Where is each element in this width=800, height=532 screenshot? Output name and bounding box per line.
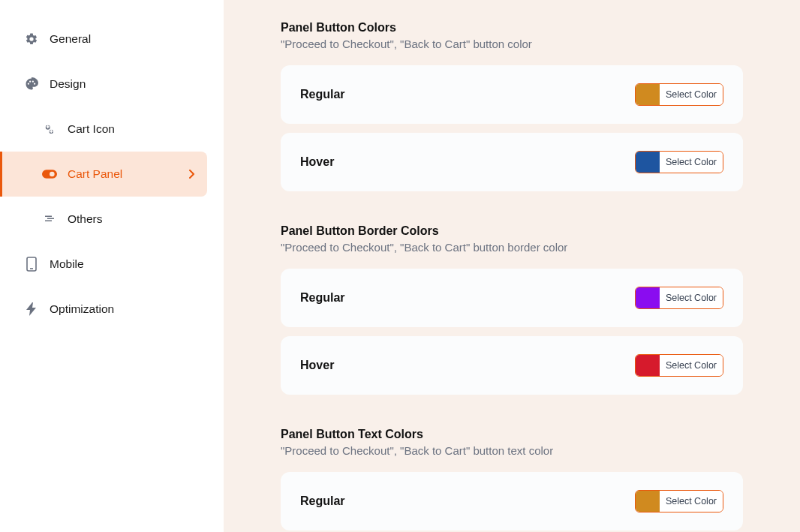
row-label: Hover xyxy=(300,155,334,169)
color-swatch xyxy=(636,355,660,376)
color-swatch xyxy=(636,287,660,308)
bolt-icon xyxy=(24,302,39,317)
row-label: Hover xyxy=(300,359,334,372)
select-color-text: Select Color xyxy=(660,152,723,173)
color-picker-border-hover[interactable]: Select Color xyxy=(635,354,723,377)
color-swatch xyxy=(636,491,660,512)
section-desc: "Proceed to Checkout", "Back to Cart" bu… xyxy=(281,444,743,457)
color-picker-text-regular[interactable]: Select Color xyxy=(635,490,723,512)
gears-icon xyxy=(42,122,57,137)
sidebar-item-mobile[interactable]: Mobile xyxy=(0,242,224,287)
main-content: Panel Button Colors "Proceed to Checkout… xyxy=(224,0,800,532)
sidebar-item-label: Optimization xyxy=(50,302,212,316)
color-row-button-hover: Hover Select Color xyxy=(281,133,743,191)
section-title: Panel Button Text Colors xyxy=(281,428,743,441)
mobile-icon xyxy=(24,257,39,272)
sidebar-item-cart-icon[interactable]: Cart Icon xyxy=(0,107,224,152)
sidebar-item-others[interactable]: Others xyxy=(0,197,224,242)
sidebar-item-label: Others xyxy=(68,212,212,226)
gear-icon xyxy=(24,32,39,47)
section-header-button-colors: Panel Button Colors "Proceed to Checkout… xyxy=(242,0,782,65)
row-label: Regular xyxy=(300,88,345,101)
color-picker-button-regular[interactable]: Select Color xyxy=(635,83,723,106)
color-swatch xyxy=(636,84,660,105)
section-header-border-colors: Panel Button Border Colors "Proceed to C… xyxy=(242,200,782,269)
color-row-text-regular: Regular Select Color xyxy=(281,472,743,530)
svg-point-1 xyxy=(50,172,55,177)
row-label: Regular xyxy=(300,494,345,508)
color-picker-border-regular[interactable]: Select Color xyxy=(635,287,723,309)
select-color-text: Select Color xyxy=(660,84,723,105)
section-header-text-colors: Panel Button Text Colors "Proceed to Che… xyxy=(242,404,782,472)
color-row-border-regular: Regular Select Color xyxy=(281,269,743,327)
sidebar: General Design Cart Icon Cart Panel Othe… xyxy=(0,0,224,532)
section-title: Panel Button Colors xyxy=(281,21,743,35)
palette-icon xyxy=(24,77,39,92)
section-desc: "Proceed to Checkout", "Back to Cart" bu… xyxy=(281,241,743,254)
sidebar-item-general[interactable]: General xyxy=(0,17,224,62)
toggle-icon xyxy=(42,167,57,182)
color-row-border-hover: Hover Select Color xyxy=(281,336,743,395)
sidebar-item-label: Cart Icon xyxy=(68,122,212,136)
row-label: Regular xyxy=(300,291,345,305)
select-color-text: Select Color xyxy=(660,287,723,308)
sidebar-item-label: General xyxy=(50,32,212,46)
stack-icon xyxy=(42,212,57,227)
sidebar-item-label: Mobile xyxy=(50,257,212,271)
sidebar-item-optimization[interactable]: Optimization xyxy=(0,287,224,332)
sidebar-item-design[interactable]: Design xyxy=(0,62,224,107)
chevron-right-icon xyxy=(189,170,195,179)
section-title: Panel Button Border Colors xyxy=(281,224,743,238)
color-row-button-regular: Regular Select Color xyxy=(281,65,743,124)
sidebar-item-label: Cart Panel xyxy=(68,167,189,181)
sidebar-item-label: Design xyxy=(50,77,212,91)
sidebar-item-cart-panel[interactable]: Cart Panel xyxy=(0,152,207,197)
color-swatch xyxy=(636,152,660,173)
section-desc: "Proceed to Checkout", "Back to Cart" bu… xyxy=(281,38,743,50)
select-color-text: Select Color xyxy=(660,355,723,376)
select-color-text: Select Color xyxy=(660,491,723,512)
color-picker-button-hover[interactable]: Select Color xyxy=(635,151,723,173)
